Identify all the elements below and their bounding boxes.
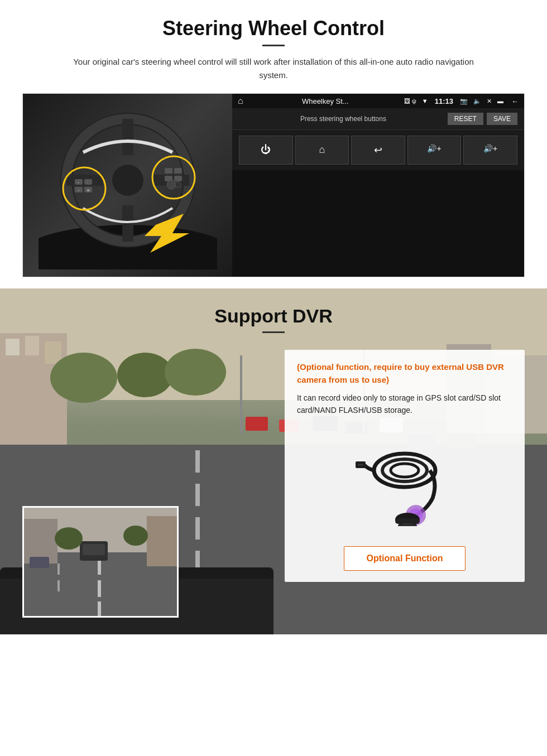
svg-rect-72 [395,518,420,524]
optional-function-button[interactable]: Optional Function [344,546,466,571]
dvr-layout: (Optional function, require to buy exter… [22,350,525,618]
dvr-footage [24,508,177,616]
screen-icon: ▬ [497,98,503,104]
svg-point-7 [112,165,143,196]
svg-rect-18 [165,168,172,174]
svg-rect-60 [83,544,105,555]
svg-point-23 [175,182,181,187]
dvr-footage-svg [24,508,179,618]
svg-text:+: + [78,181,80,184]
dvr-left-col [22,350,190,618]
svg-point-22 [167,180,176,189]
svg-rect-56 [98,601,101,618]
svg-rect-21 [174,176,182,181]
svg-text:↑: ↑ [87,181,88,184]
steering-title: Steering Wheel Control [22,17,525,40]
android-statusbar: ⌂ Wheelkey St... 🖼 ψ ▼ 11:13 📷 🔈 ✕ ▬ ← [232,94,524,108]
android-time: 11:13 [435,97,453,105]
home-status-icon: ⌂ [238,96,243,106]
steering-buttons-row: ⏻ ⌂ ↩ 🔊+ 🔊+ [232,130,524,170]
steering-photo: + ↑ ↩ ☎ [23,94,232,277]
camera-svg [349,437,460,526]
dvr-title-divider [262,331,285,333]
svg-rect-74 [398,524,417,526]
vol-up-button[interactable]: 🔊+ [407,136,462,165]
android-empty-area [232,170,524,277]
power-button[interactable]: ⏻ [239,136,293,165]
steering-wheel-svg: + ↑ ↩ ☎ [39,102,217,269]
title-divider [262,45,285,46]
svg-point-68 [391,464,419,477]
svg-rect-58 [57,580,60,591]
android-icons: 🖼 ψ [404,98,416,104]
vol-up2-button[interactable]: 🔊+ [463,136,517,165]
svg-rect-55 [98,580,101,597]
dvr-description: It can record video only to storage in G… [297,392,512,417]
dvr-section: Support DVR [0,288,547,634]
steering-section: Steering Wheel Control Your original car… [0,0,547,288]
dvr-content: Support DVR [0,288,547,634]
dvr-info-card: (Optional function, require to buy exter… [285,350,525,582]
svg-point-64 [123,526,148,546]
svg-text:↩: ↩ [78,189,80,192]
svg-rect-65 [30,557,49,568]
home-button[interactable]: ⌂ [295,136,349,165]
svg-rect-19 [174,168,182,174]
save-button[interactable]: SAVE [487,113,517,125]
android-panel: ⌂ Wheelkey St... 🖼 ψ ▼ 11:13 📷 🔈 ✕ ▬ ← P… [232,94,524,277]
dvr-right-col: (Optional function, require to buy exter… [201,350,525,582]
reset-button[interactable]: RESET [448,113,483,125]
steering-composite: + ↑ ↩ ☎ ⌂ Wheelkey St... 🖼 ψ [22,93,525,277]
dvr-title: Support DVR [22,305,525,327]
svg-point-63 [55,527,83,550]
back-button[interactable]: ↩ [351,136,405,165]
dvr-optional-text: (Optional function, require to buy exter… [297,361,512,386]
svg-rect-11 [84,179,92,185]
svg-rect-57 [57,564,60,575]
steering-prompt: Press steering wheel buttons [239,115,448,123]
close-icon: ✕ [487,98,492,105]
camera-icon: 📷 [460,98,468,105]
wifi-icon: ▼ [422,98,428,104]
android-app-title: Wheelkey St... [250,97,401,105]
steering-description: Your original car's steering wheel contr… [73,55,474,82]
volume-icon: 🔈 [473,98,481,105]
dvr-camera-image [297,426,512,537]
svg-rect-77 [358,464,363,466]
svg-text:☎: ☎ [87,189,90,192]
back-icon: ← [511,97,519,105]
svg-rect-62 [147,516,179,566]
dvr-thumbnail [22,506,179,618]
steering-control-header: Press steering wheel buttons RESET SAVE [232,108,524,130]
